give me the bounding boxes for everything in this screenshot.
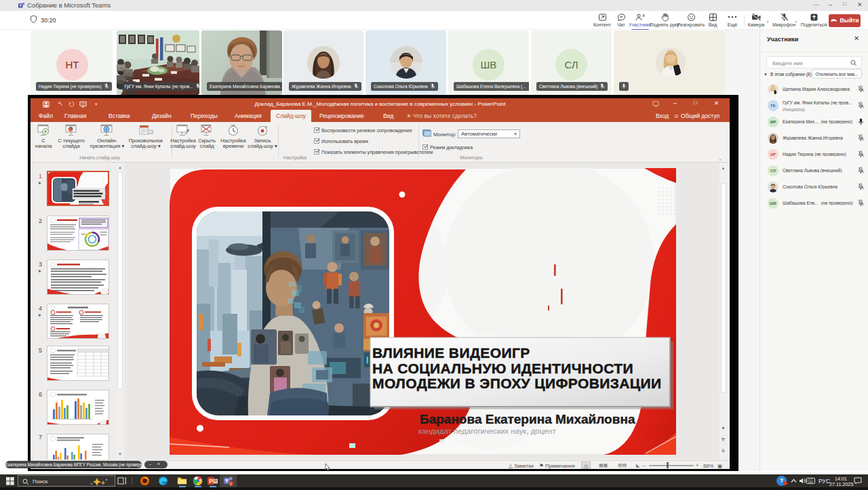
svg-text:ВЛИЯНИЕ ВИДЕОИГР: ВЛИЯНИЕ ВИДЕОИГР [372, 345, 530, 361]
svg-text:P: P [209, 478, 213, 485]
svg-text:8: 8 [642, 14, 645, 18]
svg-text:МОЛОДЕЖИ В ЭПОХУ ЦИФРОВИЗАЦИИ: МОЛОДЕЖИ В ЭПОХУ ЦИФРОВИЗАЦИИ [372, 375, 662, 391]
svg-text:НА СОЦИАЛЬНУЮ ИДЕНТИЧНОСТИ: НА СОЦИАЛЬНУЮ ИДЕНТИЧНОСТИ [372, 361, 633, 376]
svg-text:1: 1 [230, 483, 232, 486]
svg-text:кандидат педагогических наук,: кандидат педагогических наук, доцент [418, 427, 557, 435]
svg-text:Баранова Екатерина Михайловна: Баранова Екатерина Михайловна [420, 412, 635, 426]
